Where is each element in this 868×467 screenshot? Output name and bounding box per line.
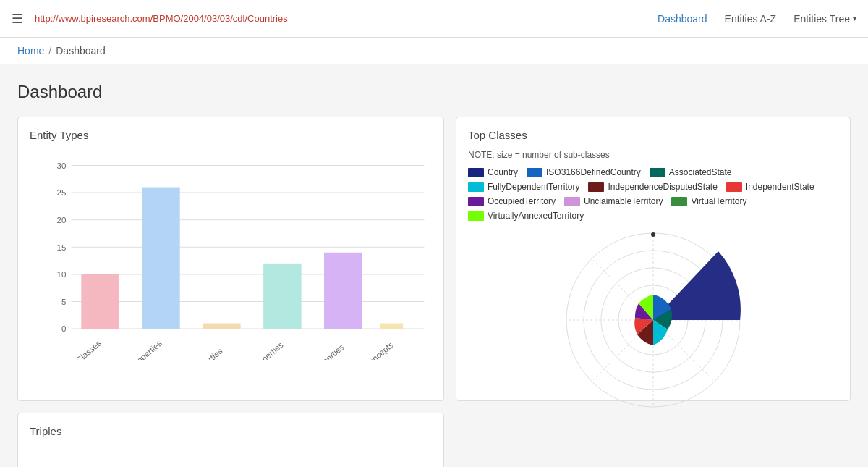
svg-text:Datatype Properties: Datatype Properties (283, 342, 345, 360)
header-nav: Dashboard Entities A-Z Entities Tree ▾ (658, 13, 856, 25)
legend-label-1: ISO3166DefinedCountry (546, 167, 641, 177)
bottom-row: Triples (17, 413, 851, 467)
legend-swatch-0 (468, 168, 484, 177)
svg-text:Classes: Classes (74, 338, 103, 360)
triples-panel: Triples (17, 413, 444, 467)
bar-object (263, 264, 301, 329)
legend-item-4: IndependenceDisputedState (588, 182, 717, 192)
legend-label-5: IndependentState (746, 182, 814, 192)
bar-classes (81, 274, 119, 329)
legend-swatch-5 (726, 182, 742, 192)
svg-text:Properties: Properties (128, 338, 163, 360)
nav-dashboard[interactable]: Dashboard (658, 13, 707, 25)
polar-chart-area (468, 230, 838, 389)
entity-types-panel: Entity Types 0 5 10 (17, 117, 444, 401)
header: ☰ http://www.bpiresearch.com/BPMO/2004/0… (0, 0, 868, 38)
legend-item-0: Country (468, 167, 518, 177)
nav-entities-tree-label: Entities Tree (793, 13, 850, 25)
legend-item-2: AssociatedState (650, 167, 732, 177)
svg-text:20: 20 (57, 215, 67, 224)
panels-row: Entity Types 0 5 10 (17, 117, 851, 401)
top-classes-title: Top Classes (468, 129, 838, 141)
legend-swatch-6 (468, 197, 484, 206)
header-url: http://www.bpiresearch.com/BPMO/2004/03/… (35, 13, 658, 24)
breadcrumb-current: Dashboard (56, 45, 106, 56)
svg-text:10: 10 (57, 269, 67, 279)
legend-item-7: UnclaimableTerritory (564, 196, 663, 206)
legend-item-8: VirtualTerritory (671, 196, 746, 206)
svg-text:Annotation Properties: Annotation Properties (157, 346, 224, 360)
polar-top-indicator (651, 232, 655, 237)
legend-swatch-2 (650, 168, 665, 177)
breadcrumb-separator: / (48, 45, 51, 56)
svg-text:15: 15 (57, 242, 67, 251)
legend-label-6: OccupiedTerritory (488, 196, 556, 206)
legend-item-5: IndependentState (726, 182, 814, 192)
svg-text:30: 30 (57, 161, 67, 170)
polar-chart-svg (537, 208, 769, 411)
legend-item-6: OccupiedTerritory (468, 196, 556, 206)
svg-text:Skos Concepts: Skos Concepts (346, 340, 395, 360)
entity-types-title: Entity Types (30, 129, 432, 141)
legend-label-2: AssociatedState (669, 167, 732, 177)
bar-chart-svg: 0 5 10 15 20 25 30 (30, 150, 432, 360)
chevron-down-icon: ▾ (853, 14, 856, 22)
legend-label-4: IndependenceDisputedState (608, 182, 717, 192)
main-content: Dashboard Entity Types (0, 64, 868, 467)
nav-entities-az[interactable]: Entities A-Z (725, 13, 777, 25)
top-classes-panel: Top Classes NOTE: size = number of sub-c… (456, 117, 851, 401)
legend-swatch-4 (588, 182, 604, 192)
legend-label-3: FullyDependentTerritory (488, 182, 579, 192)
menu-icon[interactable]: ☰ (12, 11, 23, 27)
legend-item-1: ISO3166DefinedCountry (527, 167, 641, 177)
breadcrumb: Home / Dashboard (0, 38, 868, 64)
svg-text:Object Properties: Object Properties (229, 340, 285, 360)
bar-datatype (324, 253, 362, 329)
svg-text:25: 25 (57, 188, 67, 197)
legend-swatch-9 (468, 211, 484, 221)
legend-label-0: Country (488, 167, 518, 177)
triples-title: Triples (30, 425, 432, 437)
top-classes-note: NOTE: size = number of sub-classes (468, 150, 838, 160)
breadcrumb-home[interactable]: Home (17, 45, 44, 56)
legend-label-7: UnclaimableTerritory (584, 196, 663, 206)
bar-annotation (203, 324, 240, 329)
bar-chart-area: 0 5 10 15 20 25 30 (30, 150, 432, 360)
svg-text:5: 5 (61, 297, 66, 306)
page-title: Dashboard (17, 82, 851, 102)
nav-entities-tree-dropdown[interactable]: Entities Tree ▾ (793, 13, 856, 25)
legend-swatch-7 (564, 197, 580, 206)
bar-skos (380, 324, 403, 329)
legend-item-3: FullyDependentTerritory (468, 182, 579, 192)
legend-label-8: VirtualTerritory (691, 196, 746, 206)
svg-text:0: 0 (61, 324, 67, 333)
legend-swatch-3 (468, 182, 484, 192)
legend-swatch-8 (671, 197, 687, 206)
bar-properties (142, 188, 179, 329)
legend-swatch-1 (527, 168, 542, 177)
